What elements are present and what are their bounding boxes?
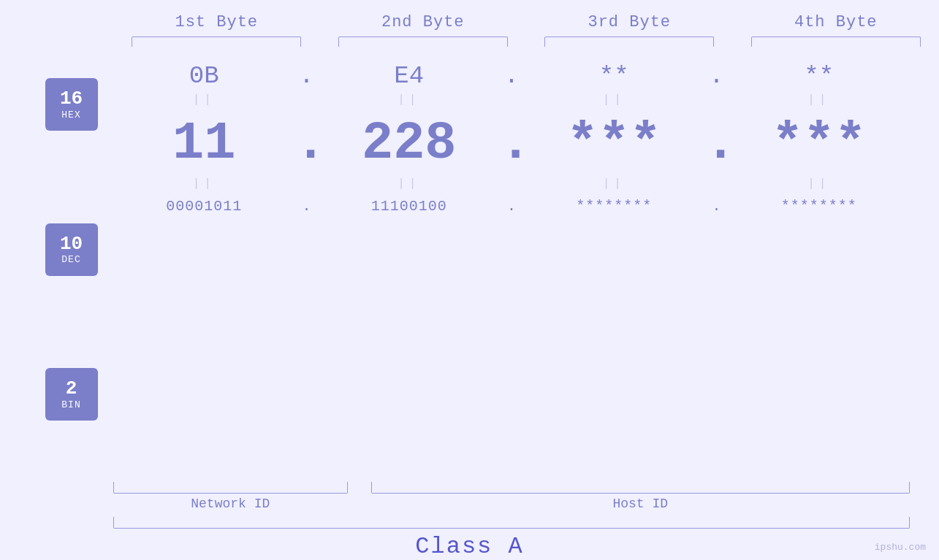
- hex-val-3: **: [523, 62, 705, 90]
- eq-1-1: ||: [113, 93, 295, 107]
- class-label: Class A: [415, 533, 523, 560]
- bracket-1: [132, 37, 301, 47]
- hex-dot-2: .: [500, 62, 523, 90]
- long-bracket: [113, 517, 910, 529]
- byte-header-4: 4th Byte: [733, 13, 940, 31]
- network-id-bracket: [113, 482, 348, 494]
- hex-val-2: E4: [319, 62, 501, 90]
- bin-val-1: 00001011: [113, 198, 295, 215]
- bin-val-3: ********: [523, 198, 705, 215]
- content-area: 16 HEX 10 DEC 2 BIN 0B . E4 . ** . **: [0, 56, 939, 479]
- bin-badge-label: BIN: [61, 399, 80, 410]
- bracket-cell-4: [733, 34, 940, 49]
- eq-2-4: ||: [729, 177, 911, 191]
- class-label-row: Class A: [0, 533, 939, 560]
- bin-dot-2: .: [500, 198, 523, 215]
- bracket-3: [544, 37, 714, 47]
- network-id-label: Network ID: [113, 496, 348, 511]
- eq-2-3: ||: [523, 177, 705, 191]
- bin-badge-num: 2: [66, 378, 77, 399]
- bin-dot-1: .: [295, 198, 319, 215]
- data-rows-wrap: 0B . E4 . ** . ** || || || || 11: [113, 56, 910, 479]
- dec-dot-2: .: [500, 114, 523, 174]
- dec-row: 11 . 228 . *** . ***: [113, 114, 910, 174]
- top-bracket-row: [0, 34, 939, 49]
- eq-1-4: ||: [729, 93, 911, 107]
- byte-headers: 1st Byte 2nd Byte 3rd Byte 4th Byte: [0, 0, 939, 31]
- hex-badge: 16 HEX: [45, 78, 98, 131]
- eq-1-2: ||: [319, 93, 501, 107]
- bracket-cell-1: [113, 34, 320, 49]
- dec-badge-label: DEC: [61, 254, 80, 265]
- bin-row: 00001011 . 11100100 . ******** . *******…: [113, 198, 910, 215]
- byte-header-3: 3rd Byte: [526, 13, 733, 31]
- badges-column: 16 HEX 10 DEC 2 BIN: [29, 56, 113, 479]
- long-bracket-row: [0, 517, 939, 529]
- bracket-2: [338, 37, 508, 47]
- hex-val-1: 0B: [113, 62, 295, 90]
- watermark: ipshu.com: [875, 542, 926, 553]
- dec-dot-3: .: [705, 114, 729, 174]
- bracket-cell-2: [320, 34, 527, 49]
- host-id-bracket: [371, 482, 911, 494]
- eq-2-1: ||: [113, 177, 295, 191]
- bin-val-2: 11100100: [319, 198, 501, 215]
- eq-1-3: ||: [523, 93, 705, 107]
- eq-2-2: ||: [319, 177, 501, 191]
- hex-row: 0B . E4 . ** . **: [113, 62, 910, 90]
- dec-badge-num: 10: [60, 234, 83, 255]
- bracket-4: [751, 37, 921, 47]
- bottom-brackets: [0, 482, 939, 494]
- host-id-label: Host ID: [371, 496, 911, 511]
- dec-dot-1: .: [295, 114, 319, 174]
- hex-dot-1: .: [295, 62, 319, 90]
- hex-badge-label: HEX: [61, 110, 80, 120]
- bin-val-4: ********: [729, 198, 911, 215]
- byte-header-1: 1st Byte: [113, 13, 320, 31]
- dec-val-1: 11: [113, 114, 295, 174]
- id-labels: Network ID Host ID: [0, 496, 939, 511]
- bin-dot-3: .: [705, 198, 729, 215]
- eq-spacer-1: || || || ||: [113, 90, 910, 110]
- dec-val-2: 228: [319, 114, 501, 174]
- eq-spacer-2: || || || ||: [113, 174, 910, 194]
- hex-badge-num: 16: [60, 88, 83, 110]
- bracket-cell-3: [526, 34, 733, 49]
- dec-badge: 10 DEC: [45, 223, 98, 276]
- hex-dot-3: .: [705, 62, 729, 90]
- dec-val-4: ***: [729, 114, 911, 174]
- bin-badge: 2 BIN: [45, 368, 98, 421]
- main-container: 1st Byte 2nd Byte 3rd Byte 4th Byte 16 H…: [0, 0, 939, 560]
- byte-header-2: 2nd Byte: [320, 13, 527, 31]
- dec-val-3: ***: [523, 114, 705, 174]
- hex-val-4: **: [729, 62, 911, 90]
